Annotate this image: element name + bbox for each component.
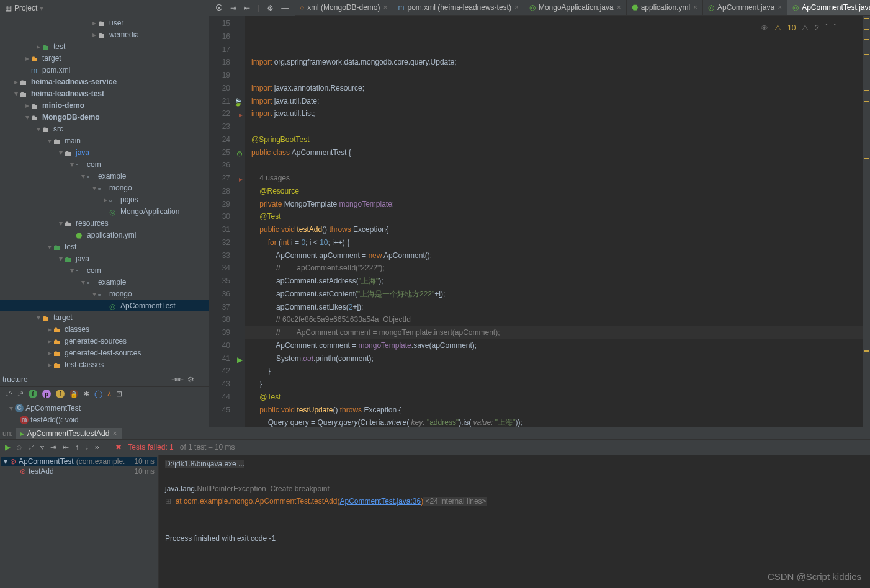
expand-arrow-icon[interactable]: ▾ [91,290,98,298]
code-line[interactable]: Query query = Query.query(Criteria.where… [245,416,863,427]
code-line[interactable] [245,120,863,133]
minimize-icon[interactable]: — [199,375,206,384]
gutter[interactable]: 15161718192021🍃22▸232425⊙2627▸2829303132… [209,16,245,427]
line-number[interactable]: 20 [209,82,245,95]
down-icon[interactable]: ↓ [85,443,89,452]
tree-row[interactable]: ▾▫example [0,170,209,182]
tree-row[interactable]: ▸🖿generated-test-sources [0,347,209,359]
line-number[interactable]: 38 [209,313,245,326]
console-output[interactable]: D:\jdk1.8\bin\java.exe ... java.lang.Nul… [159,455,870,588]
run-gutter-icon[interactable]: ▸ [239,173,243,186]
code-area[interactable]: 👁 ⚠10 ⚠2 ˆ ˇ import org.springframework.… [245,16,863,427]
editor-area[interactable]: 15161718192021🍃22▸232425⊙2627▸2829303132… [209,16,870,427]
line-number[interactable]: 18 [209,56,245,69]
code-line[interactable]: public class ApCommentTest { [245,146,863,159]
gear-icon[interactable]: ⚙ [267,4,274,12]
structure-method-row[interactable]: m testAdd(): void [2,414,206,425]
tree-row[interactable]: ▸🖿target [0,52,209,64]
line-number[interactable]: 30 [209,210,245,223]
structure-class-row[interactable]: ▾ C ApCommentTest [2,402,206,414]
code-line[interactable]: apComment.setContent("上海是一个好地方222"+i); [245,288,863,301]
code-line[interactable]: } [245,378,863,391]
code-line[interactable]: public void testUpdate() throws Exceptio… [245,404,863,417]
expand-icon[interactable]: ⇥ [230,4,236,12]
editor-tab[interactable]: ◎ApCommentTest.java× [787,0,870,15]
line-number[interactable]: 34 [209,262,245,275]
code-line[interactable]: @Test [245,210,863,223]
code-line[interactable] [245,69,863,82]
line-number[interactable]: 24 [209,133,245,146]
line-number[interactable]: 15 [209,17,245,30]
tree-row[interactable]: ▸🖿test [0,40,209,52]
line-number[interactable]: 29 [209,198,245,211]
expand-arrow-icon[interactable]: ▾ [79,172,87,180]
expand-arrow-icon[interactable]: ▾ [91,184,98,192]
expand-arrow-icon[interactable]: ▾ [57,254,65,263]
minimize-icon[interactable]: — [281,4,289,12]
tree-row[interactable]: ▾🖿java [0,146,209,158]
tree-row[interactable]: ▾▫com [0,264,209,276]
collapse-all-icon[interactable]: ⇤ [63,443,69,452]
code-line[interactable]: // apComment.setId("2222"); [245,262,863,275]
expand-arrow-icon[interactable]: ▸ [91,19,98,27]
expand-arrow-icon[interactable]: ▸ [35,42,42,51]
tree-row[interactable]: ▾🖿src [0,123,209,135]
expand-arrow-icon[interactable]: ▾ [79,278,87,287]
code-line[interactable]: 4 usages [245,172,863,185]
test-tree[interactable]: ▾⊘ ApCommentTest (com.example. 10 ms ⊘ t… [0,455,159,588]
structure-header[interactable]: tructure ⇥ ⇤ ⚙ — [0,372,209,387]
expand-arrow-icon[interactable]: ▸ [46,360,53,369]
close-icon[interactable]: × [112,429,117,438]
expand-arrow-icon[interactable]: ▾ [35,313,42,322]
f2-badge-icon[interactable]: f [56,390,65,398]
tree-row[interactable]: ▸🖿heima-leadnews-service [0,76,209,87]
close-icon[interactable]: × [514,3,519,12]
i1-icon[interactable]: ✱ [83,390,89,398]
lambda-icon[interactable]: λ [107,390,111,398]
code-line[interactable]: apComment.setAddress("上海"); [245,275,863,288]
stop-icon[interactable]: ⦸ [17,443,22,452]
code-line[interactable]: // ApComment comment = mongoTemplate.ins… [245,326,863,339]
editor-tab[interactable]: mpom.xml (heima-leadnews-test)× [393,0,524,15]
code-line[interactable]: import javax.annotation.Resource; [245,82,863,95]
close-icon[interactable]: × [778,3,782,12]
tree-row[interactable]: ⬣application.yml [0,229,209,241]
leaf-gutter-icon[interactable]: 🍃 [233,96,243,109]
expand-arrow-icon[interactable]: ▾ [35,125,42,133]
tree-row[interactable]: ▾▫example [0,276,209,288]
line-number[interactable]: 37 [209,301,245,314]
tree-row[interactable]: ▸🖿user [0,17,209,29]
tree-row[interactable]: ▾🖿java [0,252,209,264]
expand-arrow-icon[interactable]: ▸ [46,349,53,357]
line-number[interactable]: 27▸ [209,172,245,185]
editor-tab[interactable]: ⟐xml (MongoDB-demo)× [295,0,393,15]
expand-arrow-icon[interactable]: ▾ [68,160,76,169]
tree-row[interactable]: ▸🖿test-classes [0,359,209,370]
expand-arrow-icon[interactable]: ▾ [68,266,76,275]
line-number[interactable]: 21🍃 [209,95,245,108]
filter-icon[interactable]: ▿ [40,443,44,452]
run-tab[interactable]: ▸ ApCommentTest.testAdd × [16,428,122,439]
sort2-icon[interactable]: ↓ᵃ [17,390,24,398]
tree-row[interactable]: ▾🖿target [0,311,209,323]
run-gutter-icon[interactable]: ▸ [239,109,243,122]
expand-arrow-icon[interactable]: ▸ [24,101,31,110]
expand-arrow-icon[interactable]: ▾ [46,136,53,145]
code-line[interactable]: apComment.setLikes(2+i); [245,301,863,314]
expand-arrow-icon[interactable]: ▸ [46,337,53,345]
line-number[interactable]: 42 [209,365,245,378]
tree-row[interactable]: ▸🖿minio-demo [0,99,209,111]
collapse-icon[interactable]: ⇤ [244,4,250,12]
project-tool-label[interactable]: ▦ Project ▾ [0,0,209,16]
line-number[interactable]: 35 [209,275,245,288]
expand-all-icon[interactable]: ⇥ [50,443,56,452]
sort-icon[interactable]: ↓ᴬ [5,390,12,398]
close-icon[interactable]: × [383,3,388,12]
tree-row[interactable]: ▾🖿test [0,241,209,252]
line-number[interactable]: 33 [209,249,245,262]
tree-row[interactable]: ▾▫mongo [0,288,209,300]
code-line[interactable]: System.out.println(comment); [245,352,863,365]
project-tree[interactable]: ▸🖿user▸🖿wemedia▸🖿test▸🖿targetmpom.xml▸🖿h… [0,16,209,372]
code-line[interactable]: for (int i = 0; i < 10; i++) { [245,236,863,249]
i2-icon[interactable]: ◯ [94,390,102,398]
